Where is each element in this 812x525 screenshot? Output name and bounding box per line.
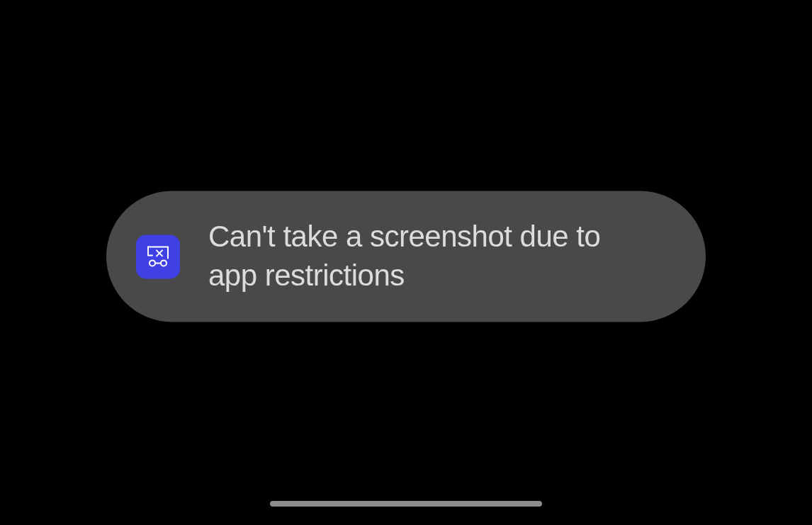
svg-point-2 (150, 260, 155, 266)
screenshot-blocked-icon (136, 235, 180, 278)
toast-notification: Can't take a screenshot due to app restr… (106, 191, 706, 322)
toast-message-text: Can't take a screenshot due to app restr… (208, 218, 656, 295)
home-indicator[interactable] (270, 501, 542, 507)
svg-point-3 (161, 260, 167, 266)
